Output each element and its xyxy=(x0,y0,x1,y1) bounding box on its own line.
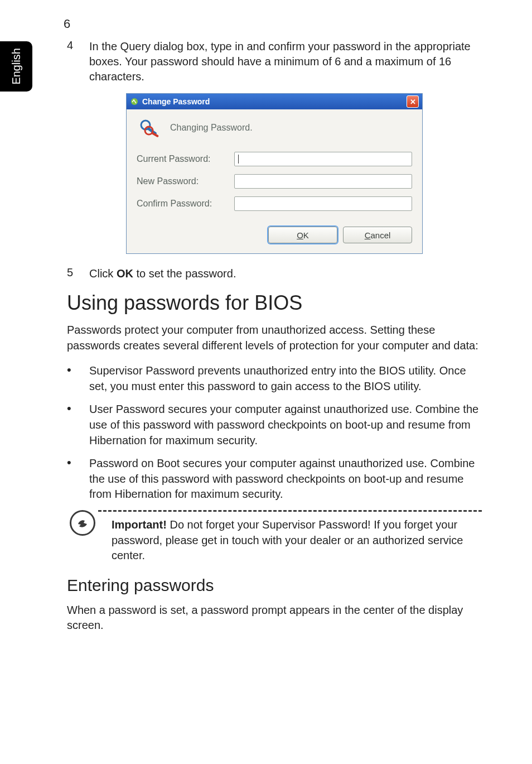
text-caret xyxy=(238,155,239,164)
close-icon: ✕ xyxy=(410,98,416,106)
current-password-input[interactable] xyxy=(234,152,412,166)
note-bold: Important! xyxy=(112,518,167,531)
note-text: Important! Do not forget your Supervisor… xyxy=(98,517,482,564)
bullet-text: User Password secures your computer agai… xyxy=(89,402,482,448)
section-title: Using passwords for BIOS xyxy=(67,291,482,315)
close-button[interactable]: ✕ xyxy=(407,95,419,108)
bullet-item: • Supervisor Password prevents unauthori… xyxy=(67,363,482,394)
page-number: 6 xyxy=(64,17,482,31)
important-icon xyxy=(70,510,95,536)
step-4-text: In the Query dialog box, type in and con… xyxy=(89,39,482,84)
step-5: 5 Click OK to set the password. xyxy=(67,266,482,281)
language-tab: English xyxy=(0,41,32,92)
sub-paragraph: When a password is set, a password promp… xyxy=(67,603,482,633)
change-password-dialog: Change Password ✕ Changing Pass xyxy=(126,93,423,254)
app-icon xyxy=(130,97,139,106)
cancel-accelerator: C xyxy=(365,230,371,240)
step-5-text: Click OK to set the password. xyxy=(89,266,482,281)
bullet-item: • Password on Boot secures your computer… xyxy=(67,456,482,502)
step-5-suffix: to set the password. xyxy=(133,267,236,280)
dialog-titlebar: Change Password ✕ xyxy=(127,94,422,109)
step-5-bold: OK xyxy=(117,267,133,280)
dialog-heading: Changing Password. xyxy=(170,123,253,133)
bullet-text: Password on Boot secures your computer a… xyxy=(89,456,482,502)
bullet-dot: • xyxy=(67,363,89,394)
bullet-dot: • xyxy=(67,456,89,502)
ok-accelerator: O xyxy=(297,230,303,240)
step-4: 4 In the Query dialog box, type in and c… xyxy=(67,39,482,84)
cancel-button[interactable]: Cancel xyxy=(343,227,412,243)
confirm-password-label: Confirm Password: xyxy=(137,199,234,209)
bullet-text: Supervisor Password prevents unauthorize… xyxy=(89,363,482,394)
step-5-prefix: Click xyxy=(89,267,117,280)
note-divider xyxy=(98,510,482,512)
bullet-dot: • xyxy=(67,402,89,448)
keys-icon xyxy=(137,115,162,141)
ok-button[interactable]: OK xyxy=(268,227,337,243)
language-tab-label: English xyxy=(10,48,23,85)
dialog-title: Change Password xyxy=(142,97,407,106)
sub-heading: Entering passwords xyxy=(67,576,482,595)
bullet-item: • User Password secures your computer ag… xyxy=(67,402,482,448)
current-password-label: Current Password: xyxy=(137,154,234,164)
confirm-password-input[interactable] xyxy=(234,196,412,211)
intro-paragraph: Passwords protect your computer from una… xyxy=(67,323,482,353)
ok-rest: K xyxy=(303,230,309,240)
cancel-rest: ancel xyxy=(370,230,390,240)
important-note: Important! Do not forget your Supervisor… xyxy=(67,510,482,564)
step-5-number: 5 xyxy=(67,266,89,281)
new-password-label: New Password: xyxy=(137,176,234,186)
svg-point-0 xyxy=(131,98,138,105)
new-password-input[interactable] xyxy=(234,174,412,189)
step-4-number: 4 xyxy=(67,39,89,84)
